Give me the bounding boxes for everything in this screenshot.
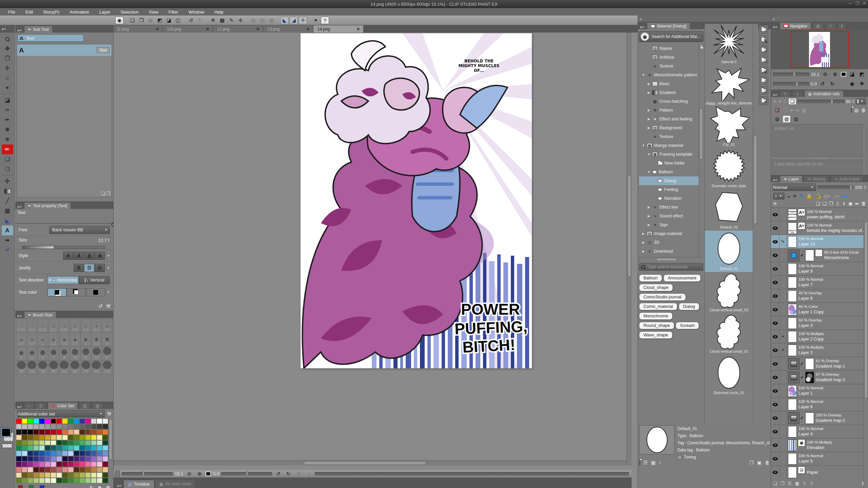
color-swatch[interactable]	[16, 440, 22, 446]
color-swatch[interactable]	[102, 445, 108, 451]
folder-checker-icon[interactable]: ▚	[759, 35, 768, 44]
layer-row-power-puffing-bitch-[interactable]: POWERPUFFINGBITCH!A✎ 100 % Normal power …	[771, 208, 868, 221]
brush-size-100[interactable]: 100	[102, 360, 113, 374]
material-tree-item-new-folder[interactable]: New folder	[639, 159, 699, 168]
color-swatch[interactable]	[97, 472, 102, 478]
zoom-out-icon[interactable]: ⊖	[821, 71, 829, 78]
new-folder-icon[interactable]	[639, 460, 640, 465]
document-tab-14.png[interactable]: 14.png ✕	[313, 25, 364, 33]
ruler-snap-2-button[interactable]: ▧	[258, 17, 267, 24]
color-swatch[interactable]	[97, 467, 102, 472]
layer-visibility-icon[interactable]	[773, 281, 778, 284]
color-swatch[interactable]	[91, 451, 97, 456]
panel-footer-down-icon[interactable]: ⇩	[810, 481, 813, 486]
material-list-scrollbar[interactable]	[753, 24, 757, 424]
size-value[interactable]: 12.7	[98, 238, 107, 243]
color-swatch[interactable]	[102, 456, 108, 462]
expand-icon[interactable]: ▶	[642, 250, 645, 253]
collapse-dock-icon[interactable]: »	[639, 16, 642, 21]
color-swatch[interactable]	[16, 472, 22, 478]
new-file-button[interactable]: ❏	[128, 17, 136, 24]
material-tree-item-framing-template[interactable]: ▼▦Framing template	[639, 150, 699, 159]
open-cel-icon[interactable]	[851, 108, 852, 113]
material-tree-item-nature[interactable]: ▨Nature	[639, 44, 699, 53]
open-file-button[interactable]: ❐	[137, 17, 146, 24]
information-tab[interactable]: ℹ	[837, 22, 847, 29]
color-swatch[interactable]	[27, 445, 33, 451]
material-item-cloud-vertical-small-01[interactable]: Cloud vertical small_01	[705, 313, 753, 355]
blend-mode-dropdown[interactable]: Normal ▼	[773, 183, 816, 191]
color-swatch[interactable]	[39, 418, 45, 424]
color-swatch[interactable]	[16, 451, 22, 456]
new-vector-layer-icon[interactable]: ❏	[822, 201, 827, 206]
subtool-group-text[interactable]: A Text	[17, 34, 84, 42]
save-button[interactable]: ▣	[147, 17, 155, 24]
new-raster-layer-icon[interactable]: ❏	[816, 201, 820, 206]
layer-visibility-icon[interactable]	[773, 362, 778, 366]
color-swatch[interactable]	[79, 424, 85, 429]
snap-to-ruler-button[interactable]: ◣	[281, 17, 289, 24]
close-tab-icon[interactable]: ✕	[156, 27, 159, 32]
color-swatch[interactable]	[56, 478, 62, 483]
paste-to-canvas-icon[interactable]: ❐	[749, 460, 754, 465]
color-swatch[interactable]	[79, 435, 85, 440]
layer-visibility-icon[interactable]	[773, 267, 778, 271]
color-swatch[interactable]	[68, 462, 74, 467]
color-swatch[interactable]	[62, 462, 68, 467]
rotate-cw-icon[interactable]: ↻	[284, 470, 292, 477]
color-swatch[interactable]	[51, 424, 56, 429]
balloon-tail-tool[interactable]: ➠	[2, 235, 13, 245]
color-swatch[interactable]	[79, 429, 85, 435]
ruler-snap-1-button[interactable]: ▨	[249, 17, 257, 24]
material-tree-item-monochromatic-pattern[interactable]: ▼✣Monochromatic pattern	[639, 71, 699, 79]
color-swatch[interactable]	[51, 467, 56, 472]
undo-button[interactable]: ↺	[187, 17, 195, 24]
material-tree-item-texture[interactable]: ≋Texture	[639, 132, 699, 141]
material-tree-item-manga-material[interactable]: ▼▦Manga material	[639, 141, 699, 150]
color-swatch[interactable]	[68, 440, 74, 446]
color-swatch[interactable]	[45, 451, 51, 456]
canvas-rotation-slider[interactable]	[221, 472, 272, 475]
select-area-button[interactable]: ◫	[174, 17, 182, 24]
brush-size-4[interactable]: 4	[16, 347, 27, 360]
zoom-in-icon[interactable]: ⊕	[195, 470, 204, 477]
color-swatch[interactable]	[85, 456, 91, 462]
canvas-zoom-slider[interactable]	[122, 472, 173, 475]
panel-footer-up-icon[interactable]: ⇧	[803, 481, 806, 486]
color-swatch[interactable]	[74, 440, 79, 446]
material-tree-item-narration[interactable]: Narration	[639, 194, 699, 203]
color-swatch[interactable]	[85, 418, 91, 424]
zoom-in-icon[interactable]: ⊕	[831, 71, 839, 78]
size-spinner[interactable]: ▲▼	[108, 238, 110, 242]
brush-size-25[interactable]: 25	[27, 360, 38, 374]
brush-size-20[interactable]: 20	[16, 360, 27, 374]
color-swatch[interactable]	[56, 451, 62, 456]
color-swatch[interactable]	[27, 462, 33, 467]
layer-row-layer-6[interactable]: 45 % Overlay Layer 6	[771, 289, 868, 303]
reset-rotation-icon[interactable]: ✻	[838, 80, 846, 87]
layer-tab[interactable]: ≋ Layer	[780, 175, 803, 182]
color-swatch[interactable]	[85, 435, 91, 440]
sort-icon[interactable]: ↕	[659, 460, 661, 465]
layer-visibility-icon[interactable]	[773, 457, 778, 461]
color-swatch[interactable]	[102, 451, 108, 456]
menu-layer[interactable]: Layer	[95, 9, 115, 15]
color-swatch[interactable]	[22, 435, 27, 440]
panel-footer-new-icon[interactable]: ❏	[773, 481, 777, 486]
save-material-icon[interactable]: ▣	[757, 460, 761, 465]
color-swatch[interactable]	[68, 451, 74, 456]
brush-size-3[interactable]: 3	[102, 333, 113, 347]
color-swatch[interactable]	[22, 418, 27, 424]
material-tree-item-artificial[interactable]: ▨Artificial	[639, 53, 699, 62]
zoom-out-icon[interactable]: ⊖	[185, 470, 193, 477]
color-swatch[interactable]	[27, 456, 33, 462]
animation-cels-tab[interactable]: ◍ Animation cels	[804, 90, 844, 97]
light-table-tool-icon[interactable]: ◍	[773, 115, 781, 123]
new-folder-cel-icon[interactable]: ▦	[802, 108, 806, 113]
panel-menu-icon[interactable]: ▸≡	[17, 204, 23, 209]
color-swatch[interactable]	[22, 467, 27, 472]
color-swatch[interactable]	[74, 429, 79, 435]
color-swatch[interactable]	[33, 467, 39, 472]
color-swatch[interactable]	[27, 467, 33, 472]
collapse-left-icon[interactable]: ◂	[305, 470, 313, 477]
